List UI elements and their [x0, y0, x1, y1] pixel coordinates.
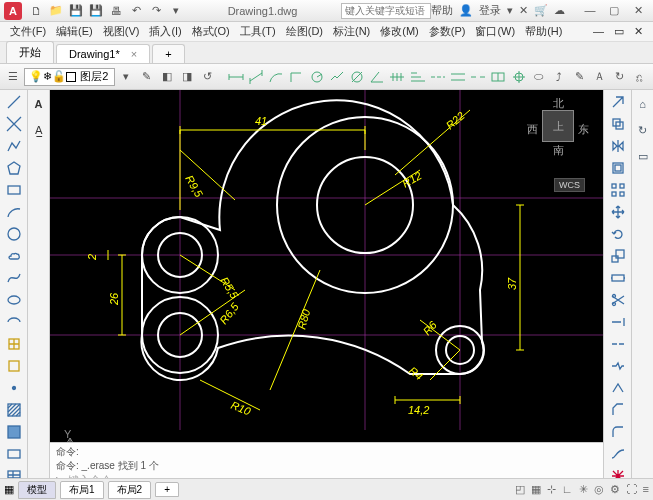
dim-diameter-icon[interactable] [348, 66, 366, 88]
status-grid-icon[interactable]: ▦ [531, 483, 541, 496]
layer-prev-icon[interactable]: ↺ [198, 66, 216, 88]
viewcube-north[interactable]: 北 [553, 96, 564, 111]
doc-close-icon[interactable]: ✕ [630, 25, 647, 38]
menu-insert[interactable]: 插入(I) [145, 24, 185, 39]
region-tool-icon[interactable] [4, 446, 24, 462]
join-tool-icon[interactable] [608, 380, 628, 396]
redo-icon[interactable]: ↷ [148, 3, 164, 19]
dim-break-icon[interactable] [469, 66, 487, 88]
spline-tool-icon[interactable] [4, 270, 24, 286]
break-point-icon[interactable] [608, 336, 628, 352]
menu-tools[interactable]: 工具(T) [236, 24, 280, 39]
text-tool-icon[interactable]: A [29, 94, 49, 114]
erase-tool-icon[interactable] [608, 94, 628, 110]
search-input[interactable] [341, 3, 431, 19]
dim-linear-icon[interactable] [227, 66, 245, 88]
menu-window[interactable]: 窗口(W) [471, 24, 519, 39]
gradient-tool-icon[interactable] [4, 424, 24, 440]
blend-tool-icon[interactable] [608, 446, 628, 462]
center-mark-icon[interactable] [510, 66, 528, 88]
nav-constrain-icon[interactable]: ▭ [633, 146, 653, 166]
tab-start[interactable]: 开始 [6, 41, 54, 63]
login-label[interactable]: 登录 [479, 3, 501, 18]
menu-help[interactable]: 帮助(H) [521, 24, 566, 39]
stretch-tool-icon[interactable] [608, 270, 628, 286]
status-ortho-icon[interactable]: ∟ [562, 483, 573, 496]
tab-model[interactable]: 模型 [18, 481, 56, 499]
status-polar-icon[interactable]: ✳ [579, 483, 588, 496]
help-label[interactable]: 帮助 [431, 3, 453, 18]
tab-drawing1[interactable]: Drawing1* × [56, 44, 150, 63]
status-menu-icon[interactable]: ≡ [643, 483, 649, 496]
status-fullscreen-icon[interactable]: ⛶ [626, 483, 637, 496]
user-icon[interactable]: 👤 [459, 4, 473, 17]
chamfer-tool-icon[interactable] [608, 402, 628, 418]
viewcube-south[interactable]: 南 [553, 143, 564, 158]
cloud-icon[interactable]: ☁ [554, 4, 565, 17]
rectangle-tool-icon[interactable] [4, 182, 24, 198]
status-osnap-icon[interactable]: ◎ [594, 483, 604, 496]
mirror-tool-icon[interactable] [608, 138, 628, 154]
exchange-icon[interactable]: ✕ [519, 4, 528, 17]
command-line[interactable]: 命令: 命令: _.erase 找到 1 个 ▷ 键入命令 [50, 442, 603, 478]
mtext-tool-icon[interactable]: A̲ [29, 120, 49, 140]
layer-dropdown[interactable]: 💡 ❄ 🔓 图层2 [24, 68, 115, 86]
make-block-icon[interactable] [4, 358, 24, 374]
tab-layout1[interactable]: 布局1 [60, 481, 104, 499]
dim-radius-icon[interactable] [308, 66, 326, 88]
view-cube[interactable]: 北 西 东 上 南 [523, 96, 593, 176]
viewcube-east[interactable]: 东 [578, 122, 589, 137]
menu-dimension[interactable]: 标注(N) [329, 24, 374, 39]
dim-baseline-icon[interactable] [409, 66, 427, 88]
extend-tool-icon[interactable] [608, 314, 628, 330]
layout-grid-icon[interactable]: ▦ [4, 483, 14, 496]
point-tool-icon[interactable] [4, 380, 24, 396]
menu-file[interactable]: 文件(F) [6, 24, 50, 39]
print-icon[interactable]: 🖶 [108, 3, 124, 19]
jog-line-icon[interactable]: ⤴ [550, 66, 568, 88]
dim-space-icon[interactable] [449, 66, 467, 88]
layer-props-icon[interactable]: ☰ [4, 66, 22, 88]
insert-block-icon[interactable] [4, 336, 24, 352]
scale-tool-icon[interactable] [608, 248, 628, 264]
tab-layout-add[interactable]: + [155, 482, 179, 497]
viewcube-top[interactable]: 上 [542, 110, 574, 142]
undo-icon[interactable]: ↶ [128, 3, 144, 19]
ellipse-arc-icon[interactable] [4, 314, 24, 330]
cart-icon[interactable]: 🛒 [534, 4, 548, 17]
wcs-label[interactable]: WCS [554, 178, 585, 192]
tab-layout2[interactable]: 布局2 [108, 481, 152, 499]
doc-minimize-icon[interactable]: — [589, 25, 608, 38]
doc-restore-icon[interactable]: ▭ [610, 25, 628, 38]
dim-angular-icon[interactable] [368, 66, 386, 88]
status-settings-icon[interactable]: ⚙ [610, 483, 620, 496]
viewcube-west[interactable]: 西 [527, 122, 538, 137]
new-icon[interactable]: 🗋 [28, 3, 44, 19]
dim-style-icon[interactable]: ⎌ [631, 66, 649, 88]
rotate-tool-icon[interactable] [608, 226, 628, 242]
dropdown-icon[interactable]: ▾ [507, 4, 513, 17]
menu-edit[interactable]: 编辑(E) [52, 24, 97, 39]
dim-edit-icon[interactable]: ✎ [570, 66, 588, 88]
arc-tool-icon[interactable] [4, 204, 24, 220]
maximize-icon[interactable]: ▢ [603, 4, 625, 17]
line-tool-icon[interactable] [4, 94, 24, 110]
fillet-tool-icon[interactable] [608, 424, 628, 440]
layer-off-icon[interactable]: ◨ [178, 66, 196, 88]
layer-iso-icon[interactable]: ◧ [158, 66, 176, 88]
status-model-icon[interactable]: ◰ [515, 483, 525, 496]
dim-update-icon[interactable]: ↻ [611, 66, 629, 88]
menu-param[interactable]: 参数(P) [425, 24, 470, 39]
menu-format[interactable]: 格式(O) [188, 24, 234, 39]
move-tool-icon[interactable] [608, 204, 628, 220]
polyline-tool-icon[interactable] [4, 138, 24, 154]
dim-continue-icon[interactable] [429, 66, 447, 88]
open-icon[interactable]: 📁 [48, 3, 64, 19]
dim-ordinate-icon[interactable] [287, 66, 305, 88]
polygon-tool-icon[interactable] [4, 160, 24, 176]
minimize-icon[interactable]: — [579, 4, 601, 17]
copy-tool-icon[interactable] [608, 116, 628, 132]
break-tool-icon[interactable] [608, 358, 628, 374]
array-tool-icon[interactable] [608, 182, 628, 198]
circle-tool-icon[interactable] [4, 226, 24, 242]
